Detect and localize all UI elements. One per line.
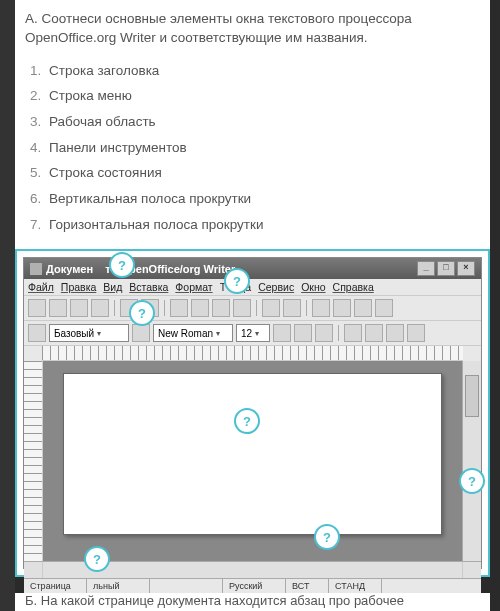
size-combo[interactable]: 12 bbox=[236, 324, 270, 342]
font-combo[interactable]: New Roman bbox=[153, 324, 233, 342]
vertical-ruler bbox=[24, 361, 43, 561]
menu-help[interactable]: Справка bbox=[333, 281, 374, 293]
standard-toolbar bbox=[24, 296, 481, 321]
menu-service[interactable]: Сервис bbox=[258, 281, 294, 293]
list-item: Панели инструментов bbox=[45, 135, 480, 161]
paste-icon[interactable] bbox=[233, 299, 251, 317]
answer-options-list: Строка заголовка Строка меню Рабочая обл… bbox=[25, 58, 480, 237]
menu-file[interactable]: Файл bbox=[28, 281, 54, 293]
marker-vscroll[interactable]: ? bbox=[459, 468, 485, 494]
list-item: Вертикальная полоса прокрутки bbox=[45, 186, 480, 212]
list-item: Рабочая область bbox=[45, 109, 480, 135]
vertical-scrollbar[interactable] bbox=[462, 361, 481, 561]
list-item: Строка заголовка bbox=[45, 58, 480, 84]
menu-window[interactable]: Окно bbox=[301, 281, 325, 293]
separator bbox=[164, 300, 165, 316]
app-sidebar bbox=[0, 0, 15, 611]
separator bbox=[256, 300, 257, 316]
formatting-toolbar: Базовый New Roman 12 bbox=[24, 321, 481, 346]
maximize-button[interactable]: □ bbox=[437, 261, 455, 276]
scroll-thumb[interactable] bbox=[465, 375, 479, 417]
minimize-button[interactable]: _ bbox=[417, 261, 435, 276]
document-page[interactable] bbox=[63, 373, 442, 535]
underline-icon[interactable] bbox=[315, 324, 333, 342]
open-icon[interactable] bbox=[49, 299, 67, 317]
menu-bar: Файл Правка Вид Вставка Формат Т x ца Се… bbox=[24, 279, 481, 296]
redo-icon[interactable] bbox=[283, 299, 301, 317]
new-doc-icon[interactable] bbox=[28, 299, 46, 317]
separator bbox=[338, 325, 339, 341]
align-right-icon[interactable] bbox=[386, 324, 404, 342]
zoom-icon[interactable] bbox=[354, 299, 372, 317]
font-icon[interactable] bbox=[132, 324, 150, 342]
chart-icon[interactable] bbox=[333, 299, 351, 317]
horizontal-ruler bbox=[42, 346, 463, 361]
styles-icon[interactable] bbox=[28, 324, 46, 342]
separator bbox=[114, 300, 115, 316]
list-item: Горизонтальная полоса прокрутки bbox=[45, 212, 480, 238]
question-body: Соотнеси основные элементы окна текстово… bbox=[25, 11, 412, 45]
style-combo[interactable]: Базовый bbox=[49, 324, 129, 342]
work-canvas[interactable] bbox=[43, 361, 462, 561]
menu-format[interactable]: Формат bbox=[175, 281, 212, 293]
title-bar: Докумен xx т - OpenOffice/org Writer _ □… bbox=[24, 258, 481, 279]
bold-icon[interactable] bbox=[273, 324, 291, 342]
separator bbox=[306, 300, 307, 316]
undo-icon[interactable] bbox=[262, 299, 280, 317]
mail-icon[interactable] bbox=[91, 299, 109, 317]
italic-icon[interactable] bbox=[294, 324, 312, 342]
align-center-icon[interactable] bbox=[365, 324, 383, 342]
align-left-icon[interactable] bbox=[344, 324, 362, 342]
embedded-screenshot: Докумен xx т - OpenOffice/org Writer _ □… bbox=[15, 249, 490, 577]
writer-window: Докумен xx т - OpenOffice/org Writer _ □… bbox=[23, 257, 482, 569]
table-icon[interactable] bbox=[312, 299, 330, 317]
spellcheck-icon[interactable] bbox=[170, 299, 188, 317]
app-icon bbox=[30, 263, 42, 275]
menu-insert[interactable]: Вставка bbox=[129, 281, 168, 293]
save-icon[interactable] bbox=[70, 299, 88, 317]
copy-icon[interactable] bbox=[212, 299, 230, 317]
scroll-spacer bbox=[24, 562, 43, 578]
menu-view[interactable]: Вид bbox=[103, 281, 122, 293]
question-card: А. Соотнеси основные элементы окна текст… bbox=[15, 0, 490, 577]
align-justify-icon[interactable] bbox=[407, 324, 425, 342]
question-prompt: А. Соотнеси основные элементы окна текст… bbox=[25, 10, 480, 48]
cut-icon[interactable] bbox=[191, 299, 209, 317]
list-item: Строка состояния bbox=[45, 160, 480, 186]
scroll-corner bbox=[462, 562, 481, 578]
help-icon[interactable] bbox=[375, 299, 393, 317]
question-prefix: А. bbox=[25, 11, 38, 26]
next-question-text: Б. На какой странице документа находится… bbox=[25, 593, 404, 608]
list-item: Строка меню bbox=[45, 83, 480, 109]
next-question-card: Б. На какой странице документа находится… bbox=[15, 593, 490, 611]
title-text-prefix: Докумен bbox=[46, 263, 93, 275]
close-button[interactable]: × bbox=[457, 261, 475, 276]
menu-edit[interactable]: Правка bbox=[61, 281, 96, 293]
document-area bbox=[24, 361, 481, 561]
